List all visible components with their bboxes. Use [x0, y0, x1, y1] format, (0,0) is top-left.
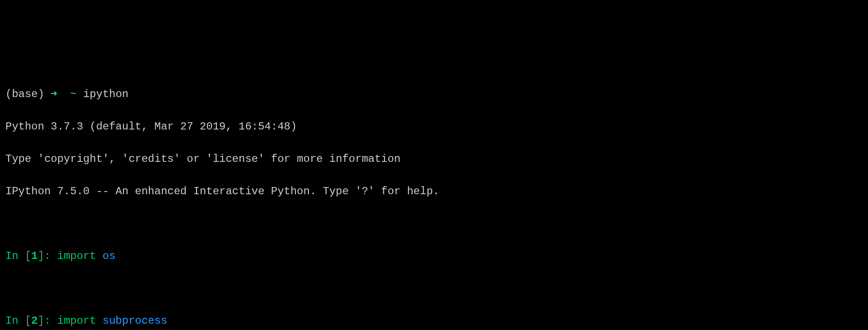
blank-line	[5, 281, 863, 297]
typed-command: ipython	[83, 88, 129, 100]
prompt-arrow-icon: ➜	[51, 88, 57, 100]
conda-env: (base)	[5, 88, 44, 100]
ipython-version-line: IPython 7.5.0 -- An enhanced Interactive…	[5, 183, 863, 200]
in-prompt-close: ]:	[38, 250, 57, 262]
cwd-tilde: ~	[70, 88, 76, 100]
import-keyword: import	[57, 315, 103, 327]
python-version-line: Python 3.7.3 (default, Mar 27 2019, 16:5…	[5, 119, 863, 135]
shell-prompt-line: (base) ➜ ~ ipython	[5, 86, 863, 103]
in-prompt-label: In [	[5, 250, 31, 262]
copyright-line: Type 'copyright', 'credits' or 'license'…	[5, 151, 863, 167]
in-prompt-close: ]:	[38, 315, 57, 327]
in-prompt-number: 1	[31, 250, 38, 262]
module-name: os	[103, 250, 116, 262]
in-prompt-label: In [	[5, 315, 31, 327]
import-keyword: import	[57, 250, 103, 262]
in-cell-2: In [2]: import subprocess	[5, 313, 863, 329]
in-prompt-number: 2	[31, 315, 38, 327]
terminal-output: (base) ➜ ~ ipython Python 3.7.3 (default…	[5, 70, 863, 330]
module-name: subprocess	[103, 315, 167, 327]
blank-line	[5, 216, 863, 232]
in-cell-1: In [1]: import os	[5, 248, 863, 264]
